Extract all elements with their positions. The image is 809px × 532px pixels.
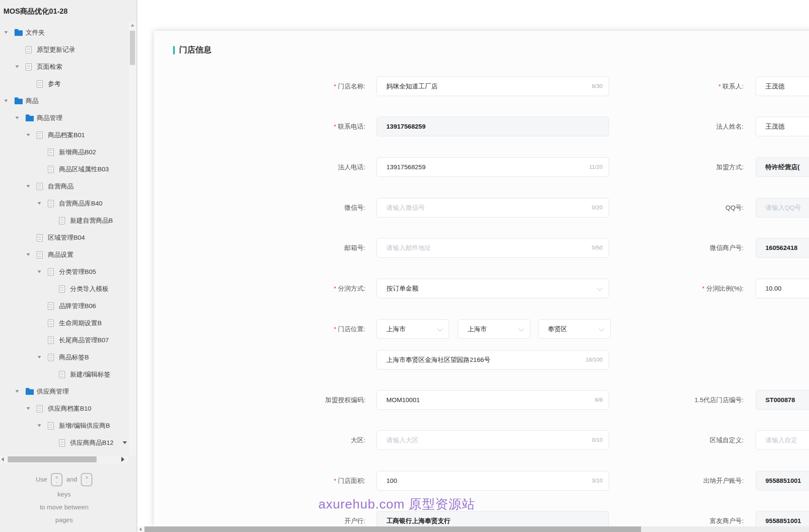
sidebar-item[interactable]: 商品标签B	[0, 349, 129, 366]
tree-expand-icon[interactable]	[4, 100, 8, 102]
field-label: 1.5代店门店编号:	[620, 390, 744, 410]
scroll-left-icon[interactable]	[1, 457, 4, 461]
sidebar-item-label: 分类管理B05	[59, 263, 96, 280]
sidebar-item[interactable]: 品牌管理B06	[0, 297, 129, 314]
sidebar-item[interactable]: 原型更新记录	[0, 41, 129, 58]
text-input[interactable]: 1003/10	[377, 471, 609, 491]
nav-help-text: pages	[0, 514, 128, 526]
sidebar-item[interactable]: 新增商品B02	[0, 144, 129, 161]
text-input[interactable]: 10.00	[756, 279, 809, 298]
text-input[interactable]: 特许经营店(	[756, 157, 809, 177]
sidebar-item-label: 商品区域属性B03	[59, 161, 109, 178]
scroll-right-icon[interactable]	[121, 457, 124, 462]
tree-expand-icon[interactable]	[38, 270, 41, 273]
sidebar-item[interactable]: 商品	[0, 92, 129, 109]
sidebar-item-label: 长尾商品管理B07	[59, 332, 109, 349]
text-input[interactable]: 妈咪全知道工厂店8/30	[377, 76, 609, 96]
tree-expand-icon[interactable]	[38, 356, 41, 359]
text-input[interactable]: 请输入微信号0/20	[377, 198, 609, 218]
page-icon	[48, 166, 54, 173]
text-input[interactable]: 请输入大区0/10	[377, 430, 609, 450]
sidebar-item-label: 供应商商品B12	[70, 434, 114, 451]
sidebar-item[interactable]: 自营商品	[0, 178, 129, 195]
nav-help: Use <, and >. keys to move between pages	[0, 471, 128, 526]
input-value: 9558851001	[765, 471, 801, 490]
sidebar-item[interactable]: 商品设置	[0, 246, 129, 263]
text-input[interactable]: 上海市奉贤区金海社区望园路2166号18/100	[377, 350, 609, 370]
page-icon	[59, 285, 65, 293]
tree-expand-icon[interactable]	[15, 65, 19, 68]
text-input[interactable]: 1391756825911/20	[377, 157, 609, 177]
sidebar-vertical-scrollbar[interactable]	[129, 21, 136, 456]
sidebar-item-label: 品牌管理B06	[59, 297, 96, 314]
sidebar-item-label: 供应商档案B10	[48, 400, 91, 417]
tree-expand-icon[interactable]	[26, 253, 30, 256]
tree-expand-icon[interactable]	[38, 202, 41, 205]
tree-expand-icon[interactable]	[4, 31, 8, 34]
select-input[interactable]: 奉贤区	[538, 319, 611, 339]
sidebar-item[interactable]: 长尾商品管理B07	[0, 332, 129, 349]
chevron-down-icon	[597, 285, 603, 291]
text-input[interactable]: 请输入自定	[756, 430, 809, 450]
required-asterisk: *	[718, 82, 721, 90]
sidebar-item[interactable]: 供应商商品B12	[0, 434, 129, 451]
item-dropdown-icon[interactable]	[123, 441, 127, 444]
sidebar-item[interactable]: 自营商品库B40	[0, 195, 129, 212]
tree-expand-icon[interactable]	[26, 134, 30, 136]
nav-help-text: Use	[36, 473, 47, 486]
sidebar-item[interactable]: 商品管理	[0, 109, 129, 126]
scroll-up-icon[interactable]	[131, 24, 134, 26]
text-input[interactable]: ST000878	[756, 390, 809, 410]
tree-expand-icon[interactable]	[38, 424, 41, 427]
select-input[interactable]: 按订单金额	[377, 279, 609, 298]
scrollbar-thumb[interactable]	[8, 456, 97, 462]
select-input[interactable]: 上海市	[377, 319, 449, 339]
sidebar-item[interactable]: 分类导入模板	[0, 280, 129, 297]
nav-help-text: keys	[0, 488, 128, 501]
text-input[interactable]: MOM100018/8	[377, 390, 609, 410]
scrollbar-thumb[interactable]	[144, 526, 641, 532]
input-value: 妈咪全知道工厂店	[386, 77, 438, 96]
sidebar-item[interactable]: 商品档案B01	[0, 126, 129, 144]
main-horizontal-scrollbar[interactable]	[137, 526, 809, 532]
section-title-text: 门店信息	[179, 44, 212, 56]
tree-expand-icon[interactable]	[15, 390, 19, 393]
page-tree: 文件夹原型更新记录页面检索参考商品商品管理商品档案B01新增商品B02商品区域属…	[0, 0, 129, 453]
tree-expand-icon[interactable]	[26, 407, 30, 410]
text-input[interactable]: 请输入邮件地址0/50	[377, 238, 609, 258]
prev-page-key-icon: <,	[51, 473, 62, 486]
input-placeholder: 请输入自定	[765, 431, 797, 450]
sidebar-item[interactable]: 区域管理B04	[0, 229, 129, 246]
sidebar-item[interactable]: 供应商档案B10	[0, 400, 129, 417]
char-counter: 11/20	[589, 158, 603, 176]
sidebar-item[interactable]: 生命周期设置B	[0, 314, 129, 332]
folder-icon	[15, 99, 23, 104]
sidebar-item[interactable]: 分类管理B05	[0, 263, 129, 280]
sidebar-horizontal-scrollbar[interactable]	[0, 456, 128, 463]
store-info-card: 门店信息 *门店名称:妈咪全知道工厂店8/30*联系电话:13917568259…	[154, 31, 809, 526]
sidebar-item[interactable]: 供应商管理	[0, 383, 129, 400]
sidebar-item[interactable]: 新增/编辑供应商B	[0, 417, 129, 434]
text-input[interactable]: 13917568259	[377, 117, 609, 136]
text-input[interactable]: 160562418	[756, 238, 809, 258]
scrollbar-thumb[interactable]	[130, 31, 135, 65]
sidebar-item[interactable]: 文件夹	[0, 24, 129, 41]
sidebar-item[interactable]: 新建/编辑标签	[0, 366, 129, 383]
tree-expand-icon[interactable]	[15, 117, 19, 119]
sidebar-item-label: 页面检索	[37, 58, 62, 75]
text-input[interactable]: 王茂德	[756, 117, 809, 136]
select-input[interactable]: 上海市	[458, 319, 530, 339]
sidebar-item[interactable]: 商品区域属性B03	[0, 161, 129, 178]
input-value: 上海市奉贤区金海社区望园路2166号	[386, 350, 490, 369]
text-input[interactable]: 请输入QQ号	[756, 198, 809, 218]
text-input[interactable]: 王茂德	[756, 76, 809, 96]
sidebar-item[interactable]: 参考	[0, 75, 129, 92]
input-value: 王茂德	[765, 77, 785, 96]
sidebar-item[interactable]: 页面检索	[0, 58, 129, 75]
tree-expand-icon[interactable]	[26, 185, 30, 188]
field-label: 微信号:	[239, 198, 365, 218]
sidebar-item[interactable]: 新建自营商品B	[0, 212, 129, 229]
field-label: 邮箱号:	[239, 238, 365, 258]
scroll-left-icon[interactable]	[137, 526, 144, 532]
text-input[interactable]: 9558851001	[756, 471, 809, 491]
